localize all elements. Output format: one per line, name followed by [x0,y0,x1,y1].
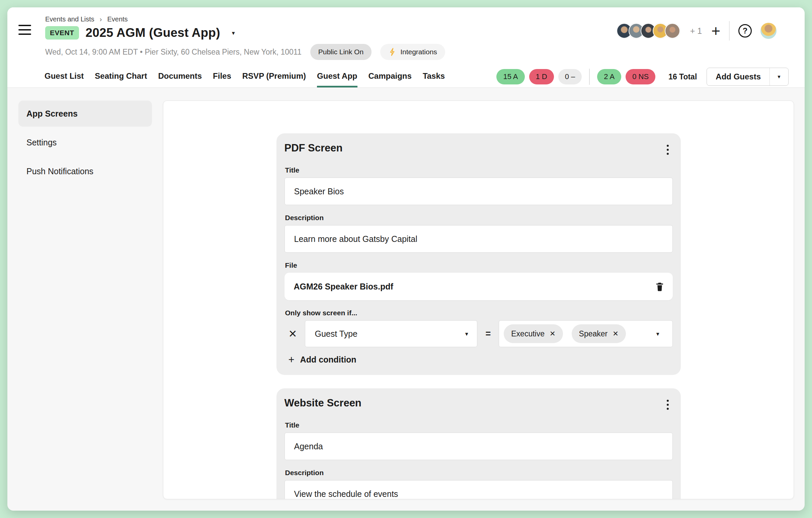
metrics-divider [589,69,590,85]
tab-guest-app[interactable]: Guest App [317,66,357,87]
title-input[interactable]: Agenda [285,433,673,460]
description-input[interactable]: View the schedule of events [285,480,673,499]
description-field-label: Description [285,214,673,222]
add-condition-button[interactable]: + Add condition [289,354,673,365]
kebab-dot [667,400,669,402]
guest-metrics: 15 A 1 D 0 – 2 A 0 NS 16 Total Add Guest… [496,66,789,87]
header-divider [729,21,730,40]
hamburger-bar [19,29,31,30]
title-input-value: Speaker Bios [294,187,344,196]
value-chip-speaker: Speaker ✕ [572,324,626,343]
event-date-location: Wed, Oct 14, 9:00 AM EDT • Pier Sixty, 6… [45,48,301,57]
breadcrumb-separator-icon: › [100,16,102,23]
value-chip-label: Speaker [579,329,608,338]
add-collaborator-plus-icon[interactable]: + [711,24,720,37]
tabs-row: Guest List Seating Chart Documents Files… [7,66,805,87]
remove-value-icon[interactable]: ✕ [550,330,556,338]
select-caret-icon: ▼ [655,331,660,337]
count-badge-attending[interactable]: 15 A [496,69,524,84]
remove-condition-icon[interactable]: ✕ [289,329,297,339]
tab-tasks[interactable]: Tasks [423,66,445,87]
hamburger-bar [19,33,31,35]
event-type-badge: EVENT [45,26,79,39]
collaborator-overflow-count: + 1 [690,26,702,36]
hamburger-menu-icon[interactable] [19,25,31,35]
tab-campaigns[interactable]: Campaigns [369,66,412,87]
count-badge-arrived[interactable]: 2 A [597,69,621,84]
main-panel: PDF Screen Title Speaker Bios Descriptio… [163,101,794,499]
description-field-label: Description [285,469,673,477]
condition-section-label: Only show screen if... [285,309,673,317]
breadcrumb-events[interactable]: Events [107,16,127,23]
add-guests-button[interactable]: Add Guests [707,68,770,85]
kebab-dot [667,408,669,410]
condition-field-select[interactable]: Guest Type ▼ [305,320,477,347]
title-field-label: Title [285,166,673,174]
kebab-dot [667,404,669,406]
content-area: App Screens Settings Push Notifications … [7,88,805,511]
tab-guest-list[interactable]: Guest List [45,66,84,87]
remove-value-icon[interactable]: ✕ [612,330,618,338]
breadcrumb-events-and-lists[interactable]: Events and Lists [45,16,94,23]
description-input-value: View the schedule of events [294,489,398,499]
add-guests-caret-icon[interactable]: ▼ [770,68,788,85]
count-badge-no-response[interactable]: 0 – [558,69,582,84]
condition-row: ✕ Guest Type ▼ = Executive ✕ Speaker ✕ [285,320,673,347]
add-plus-icon: + [289,354,294,365]
file-field-label: File [285,261,673,269]
select-caret-icon: ▼ [464,331,469,337]
integrations-chip[interactable]: Integrations [380,44,445,60]
tab-seating-chart[interactable]: Seating Chart [95,66,147,87]
value-chip-executive: Executive ✕ [504,324,563,343]
value-chip-label: Executive [511,329,545,338]
collaborator-avatar[interactable] [665,23,680,38]
total-guests-label: 16 Total [668,72,697,81]
condition-field-value: Guest Type [315,329,357,339]
card-title: PDF Screen [285,142,343,154]
tab-documents[interactable]: Documents [158,66,202,87]
kebab-dot [667,153,669,155]
file-name: AGM26 Speaker Bios.pdf [294,282,393,292]
public-link-label: Public Link On [318,48,364,56]
add-guests-split-button: Add Guests ▼ [706,68,789,86]
add-condition-label: Add condition [300,355,356,364]
count-badge-no-show[interactable]: 0 NS [626,69,655,84]
title-dropdown-caret-icon[interactable]: ▼ [231,30,236,36]
card-menu-kebab-icon[interactable] [663,397,673,412]
title-field-label: Title [285,421,673,429]
card-header: PDF Screen [285,142,673,158]
lightning-bolt-icon [388,48,397,56]
delete-file-trash-icon[interactable] [655,281,665,292]
condition-values-select[interactable]: Executive ✕ Speaker ✕ ▼ [499,320,672,347]
pdf-screen-card: PDF Screen Title Speaker Bios Descriptio… [277,133,681,375]
card-title: Website Screen [285,397,361,409]
public-link-chip[interactable]: Public Link On [310,44,372,60]
header-actions: + 1 + ? [616,21,777,41]
collaborator-avatar-stack [616,23,680,38]
file-attachment-box: AGM26 Speaker Bios.pdf [285,273,673,300]
subtitle-row: Wed, Oct 14, 9:00 AM EDT • Pier Sixty, 6… [45,44,445,60]
website-screen-card: Website Screen Title Agenda Description … [277,388,681,499]
title-input-value: Agenda [294,442,323,451]
help-icon[interactable]: ? [738,24,752,37]
card-menu-kebab-icon[interactable] [663,142,673,158]
tab-rsvp-premium[interactable]: RSVP (Premium) [242,66,306,87]
sidebar-item-settings[interactable]: Settings [19,129,152,156]
card-header: Website Screen [285,397,673,412]
app-window: Events and Lists › Events EVENT 2025 AGM… [7,7,805,511]
title-input[interactable]: Speaker Bios [285,178,673,205]
title-column: Events and Lists › Events EVENT 2025 AGM… [45,16,445,60]
description-input[interactable]: Learn more about Gatsby Capital [285,225,673,253]
condition-operator: = [485,329,491,339]
tab-files[interactable]: Files [213,66,231,87]
page-title: 2025 AGM (Guest App) [86,26,220,40]
description-input-value: Learn more about Gatsby Capital [294,234,417,244]
title-row: EVENT 2025 AGM (Guest App) ▼ [45,26,445,40]
sidebar-item-push-notifications[interactable]: Push Notifications [19,158,152,184]
integrations-label: Integrations [400,48,437,56]
count-badge-declined[interactable]: 1 D [529,69,554,84]
sidebar-item-app-screens[interactable]: App Screens [19,101,152,127]
hamburger-bar [19,25,31,26]
user-profile-avatar[interactable] [760,23,777,39]
tab-bar: Guest List Seating Chart Documents Files… [45,66,445,87]
